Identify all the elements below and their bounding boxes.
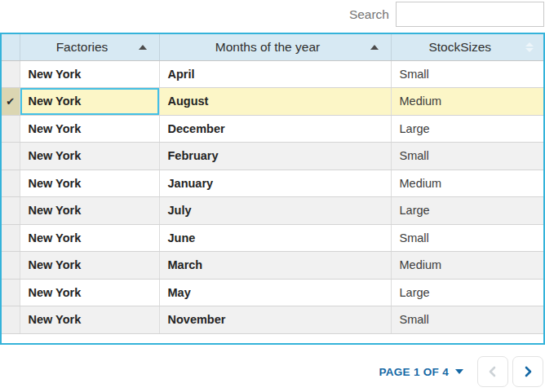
grid-body: New YorkAprilSmall✔New YorkAugustMediumN… bbox=[2, 60, 543, 333]
data-grid: FactoriesMonths of the yearStockSizes Ne… bbox=[0, 33, 545, 345]
cell-size[interactable]: Large bbox=[391, 197, 543, 225]
caret-down-icon bbox=[455, 369, 463, 374]
table-row: New YorkMayLarge bbox=[2, 279, 543, 306]
cell-factory[interactable]: New York bbox=[20, 306, 159, 334]
row-select-indicator[interactable] bbox=[2, 252, 20, 280]
cell-month[interactable]: July bbox=[159, 197, 391, 225]
cell-factory[interactable]: New York bbox=[20, 115, 159, 143]
cell-month[interactable]: February bbox=[159, 143, 391, 170]
cell-size[interactable]: Small bbox=[391, 224, 543, 252]
search-input[interactable] bbox=[396, 2, 544, 27]
cell-month[interactable]: November bbox=[159, 306, 391, 334]
cell-size[interactable]: Medium bbox=[391, 170, 543, 197]
cell-size[interactable]: Large bbox=[391, 115, 543, 143]
cell-month[interactable]: April bbox=[159, 60, 391, 88]
table-row: New YorkDecemberLarge bbox=[2, 115, 543, 143]
grid-header: FactoriesMonths of the yearStockSizes bbox=[2, 34, 543, 60]
cell-factory[interactable]: New York bbox=[20, 197, 159, 225]
cell-factory[interactable]: New York bbox=[20, 88, 159, 116]
table-row: New YorkJulyLarge bbox=[2, 197, 543, 225]
table-row: New YorkMarchMedium bbox=[2, 252, 543, 280]
row-select-indicator[interactable] bbox=[2, 197, 20, 225]
cell-factory[interactable]: New York bbox=[20, 252, 159, 280]
check-icon: ✔ bbox=[6, 95, 15, 108]
row-select-indicator[interactable] bbox=[2, 306, 20, 334]
column-header-label: Months of the year bbox=[215, 40, 320, 54]
column-header-stocksizes[interactable]: StockSizes bbox=[391, 34, 543, 60]
cell-factory[interactable]: New York bbox=[20, 60, 159, 88]
table-row: New YorkAprilSmall bbox=[2, 60, 543, 88]
chevron-left-icon bbox=[487, 366, 498, 377]
cell-factory[interactable]: New York bbox=[20, 224, 159, 252]
search-bar: Search bbox=[0, 0, 545, 33]
cell-factory[interactable]: New York bbox=[20, 279, 159, 306]
grid-widget: Search FactoriesMonths of the yearStockS… bbox=[0, 0, 545, 392]
table-row: New YorkFebruarySmall bbox=[2, 143, 543, 170]
pager: PAGE 1 OF 4 bbox=[0, 345, 545, 392]
table-row: ✔New YorkAugustMedium bbox=[2, 88, 543, 116]
next-page-button[interactable] bbox=[512, 356, 543, 387]
column-header-label: Factories bbox=[56, 40, 109, 54]
cell-month[interactable]: June bbox=[159, 224, 391, 252]
row-select-indicator[interactable] bbox=[2, 224, 20, 252]
table-row: New YorkJanuaryMedium bbox=[2, 170, 543, 197]
cell-size[interactable]: Small bbox=[391, 60, 543, 88]
cell-month[interactable]: May bbox=[159, 279, 391, 306]
page-selector-dropdown[interactable]: PAGE 1 OF 4 bbox=[379, 356, 463, 387]
row-select-indicator[interactable] bbox=[2, 115, 20, 143]
table-row: New YorkNovemberSmall bbox=[2, 306, 543, 334]
cell-size[interactable]: Medium bbox=[391, 252, 543, 280]
grid-table: FactoriesMonths of the yearStockSizes Ne… bbox=[2, 34, 543, 334]
page-status-text: PAGE 1 OF 4 bbox=[379, 366, 449, 378]
row-select-indicator[interactable] bbox=[2, 279, 20, 306]
column-header-factories[interactable]: Factories bbox=[20, 34, 159, 60]
column-header-label: StockSizes bbox=[428, 40, 491, 54]
row-select-indicator[interactable]: ✔ bbox=[2, 88, 20, 116]
cell-month[interactable]: January bbox=[159, 170, 391, 197]
cell-month[interactable]: December bbox=[159, 115, 391, 143]
row-select-indicator[interactable] bbox=[2, 170, 20, 197]
cell-factory[interactable]: New York bbox=[20, 170, 159, 197]
sort-unsorted-icon bbox=[525, 42, 534, 52]
sort-asc-icon bbox=[139, 45, 147, 50]
cell-factory[interactable]: New York bbox=[20, 143, 159, 170]
cell-month[interactable]: March bbox=[159, 252, 391, 280]
row-indicator-column-header bbox=[2, 34, 20, 60]
prev-page-button[interactable] bbox=[477, 356, 508, 387]
cell-month[interactable]: August bbox=[159, 88, 391, 116]
cell-size[interactable]: Medium bbox=[391, 88, 543, 116]
column-header-months-of-the-year[interactable]: Months of the year bbox=[159, 34, 391, 60]
cell-size[interactable]: Small bbox=[391, 143, 543, 170]
search-label: Search bbox=[349, 7, 389, 22]
chevron-right-icon bbox=[522, 366, 534, 377]
cell-size[interactable]: Small bbox=[391, 306, 543, 334]
row-select-indicator[interactable] bbox=[2, 60, 20, 88]
row-select-indicator[interactable] bbox=[2, 143, 20, 170]
table-row: New YorkJuneSmall bbox=[2, 224, 543, 252]
cell-size[interactable]: Large bbox=[391, 279, 543, 306]
sort-asc-icon bbox=[370, 45, 379, 50]
